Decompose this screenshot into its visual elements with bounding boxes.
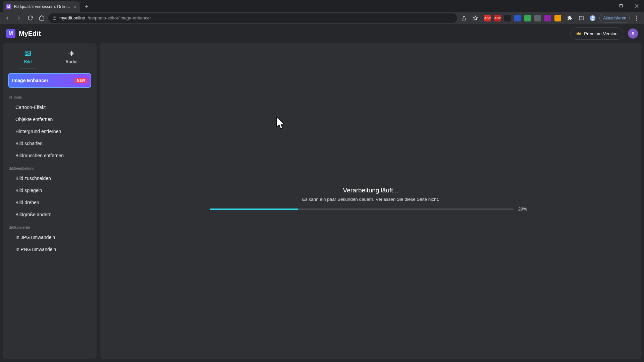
svg-rect-17 <box>70 52 70 55</box>
user-avatar[interactable]: S <box>628 28 638 39</box>
ext7-icon[interactable] <box>544 15 551 21</box>
new-tab-button[interactable]: + <box>82 2 91 11</box>
progress-percent: 29% <box>518 206 532 212</box>
bookmark-star-icon[interactable] <box>471 13 480 23</box>
browser-update-label: Aktualisieren <box>603 16 626 20</box>
sidebar-item[interactable]: In JPG umwandeln <box>6 231 93 243</box>
share-icon[interactable] <box>459 13 469 23</box>
sidebar-tab-image[interactable]: Bild <box>6 46 50 68</box>
window-close-icon[interactable] <box>629 1 644 11</box>
svg-point-11 <box>636 15 637 16</box>
sidebar-item[interactable]: Cartoon-Effekt <box>6 101 93 113</box>
lock-icon <box>52 16 57 20</box>
browser-menu-icon[interactable] <box>632 13 641 23</box>
url-path: /de/photo-editor/image-enhancer <box>88 15 151 20</box>
svg-rect-19 <box>72 52 73 55</box>
abp-icon[interactable]: ABP <box>484 15 491 21</box>
sidebar-tab-audio[interactable]: Audio <box>50 46 93 68</box>
sidebar-tabs: Bild Audio <box>6 46 93 68</box>
tab-bar: M Bildqualität verbessern. Online m × + <box>0 0 644 12</box>
sidebar-item[interactable]: Hintergrund entfernen <box>6 125 93 137</box>
window-controls <box>586 0 644 12</box>
premium-button[interactable]: Premium-Version <box>570 27 623 40</box>
sidebar-item[interactable]: Bild spiegeln <box>6 184 93 196</box>
sidebar-group-title: KI Tools <box>6 90 93 101</box>
svg-point-13 <box>636 19 637 20</box>
main-canvas: Verarbeitung läuft... Es kann ein paar S… <box>100 43 641 359</box>
sidepanel-icon[interactable] <box>577 13 586 23</box>
svg-rect-1 <box>620 4 622 7</box>
nav-reload-button[interactable] <box>25 13 35 23</box>
progress-bar <box>210 208 514 210</box>
app-root: M MyEdit Premium-Version S Bild <box>0 24 644 362</box>
ext8-icon[interactable] <box>554 15 561 21</box>
progress-row: 29% <box>210 206 532 212</box>
window-maximize-icon[interactable] <box>614 1 629 11</box>
header-right: Premium-Version S <box>570 27 638 40</box>
profile-avatar-icon[interactable] <box>588 13 597 23</box>
sidebar-feature-image-enhancer[interactable]: Image Enhancer NEW <box>8 73 91 88</box>
brand[interactable]: M MyEdit <box>6 29 41 38</box>
ext6-icon[interactable] <box>534 15 541 21</box>
svg-point-12 <box>636 17 637 18</box>
svg-rect-0 <box>604 6 607 6</box>
sidebar-item[interactable]: Bild zuschneiden <box>6 172 93 184</box>
mouse-cursor-icon <box>276 117 287 130</box>
sidebar-item[interactable]: In PNG umwandeln <box>6 243 93 255</box>
nav-home-button[interactable] <box>37 13 46 23</box>
svg-rect-16 <box>69 53 69 54</box>
app-body: Bild Audio Image Enhancer NEW KI ToolsCa… <box>0 43 644 362</box>
browser-tab[interactable]: M Bildqualität verbessern. Online m × <box>3 1 80 12</box>
browser-update-button[interactable]: Aktualisieren <box>599 14 630 22</box>
tab-title: Bildqualität verbessern. Online m <box>14 4 71 9</box>
address-bar[interactable]: myedit.online/de/photo-editor/image-enha… <box>48 13 457 23</box>
tabs-dropdown-icon[interactable] <box>586 1 598 11</box>
image-icon <box>24 50 32 57</box>
sidebar-item[interactable]: Bild schärfen <box>6 137 93 149</box>
premium-label: Premium-Version <box>584 31 618 36</box>
svg-rect-4 <box>53 18 56 19</box>
audio-icon <box>68 50 75 57</box>
sidebar-item[interactable]: Bildgröße ändern <box>6 208 93 221</box>
feature-label: Image Enhancer <box>12 78 48 83</box>
progress-fill <box>210 208 298 210</box>
sidebar-group-title: Bildkonverter <box>6 221 93 231</box>
sidebar-item[interactable]: Bild drehen <box>6 196 93 208</box>
window-minimize-icon[interactable] <box>598 1 613 11</box>
brand-name: MyEdit <box>19 30 41 38</box>
sidebar: Bild Audio Image Enhancer NEW KI ToolsCa… <box>3 43 97 359</box>
sidebar-item[interactable]: Objekte entfernen <box>6 113 93 125</box>
brand-logo-icon: M <box>6 29 15 38</box>
progress-title: Verarbeitung läuft... <box>210 187 532 194</box>
svg-marker-6 <box>473 16 478 20</box>
ext4-icon[interactable] <box>514 15 521 21</box>
tab-close-icon[interactable]: × <box>74 4 76 9</box>
browser-chrome: M Bildqualität verbessern. Online m × + <box>0 0 644 24</box>
url-host: myedit.online <box>59 15 85 20</box>
progress-subtitle: Es kann ein paar Sekunden dauern. Verlas… <box>210 197 532 202</box>
progress-panel: Verarbeitung läuft... Es kann ein paar S… <box>210 187 532 212</box>
svg-rect-7 <box>579 16 583 20</box>
tab-favicon-icon: M <box>6 4 11 9</box>
nav-forward-button[interactable] <box>14 13 23 23</box>
extensions-puzzle-icon[interactable] <box>565 13 575 23</box>
extensions-tray: ABPABP <box>482 15 563 21</box>
svg-rect-20 <box>73 53 74 54</box>
browser-toolbar: myedit.online/de/photo-editor/image-enha… <box>0 12 644 24</box>
svg-rect-18 <box>71 51 72 56</box>
sidebar-item[interactable]: Bildrauschen entfernen <box>6 149 93 162</box>
ext5-icon[interactable] <box>524 15 531 21</box>
crown-icon <box>576 31 581 36</box>
ext3-icon[interactable] <box>504 15 511 21</box>
app-header: M MyEdit Premium-Version S <box>0 24 644 43</box>
nav-back-button[interactable] <box>3 13 12 23</box>
sidebar-tab-audio-label: Audio <box>65 59 77 64</box>
abp2-icon[interactable]: ABP <box>494 15 501 21</box>
sidebar-group-title: Bildbearbeitung <box>6 162 93 172</box>
new-badge: NEW <box>75 78 87 83</box>
svg-point-15 <box>26 52 28 53</box>
sidebar-tab-image-label: Bild <box>24 59 32 64</box>
svg-point-10 <box>592 16 594 18</box>
